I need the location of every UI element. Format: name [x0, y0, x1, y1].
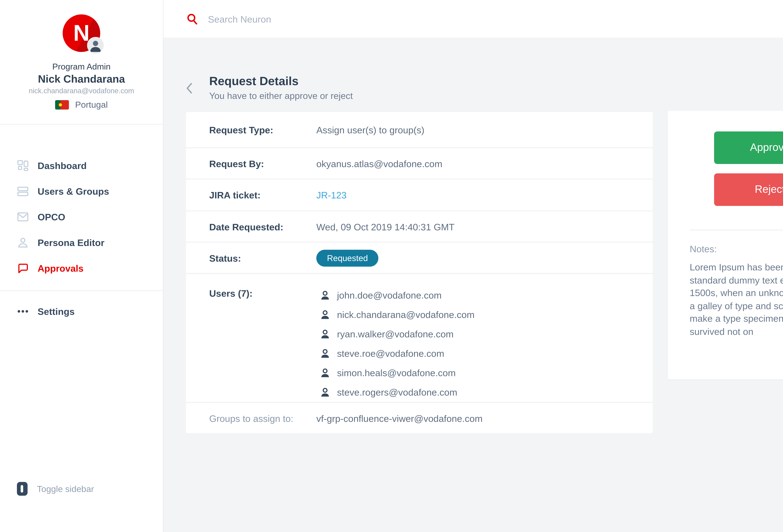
row-value: Assign user(s) to group(s) — [316, 124, 425, 135]
search-icon — [187, 13, 198, 24]
user-email: john.doe@vodafone.com — [337, 290, 442, 300]
profile-email: nick.chandarana@vodafone.com — [0, 87, 163, 95]
ellipsis-icon — [17, 305, 29, 317]
dashboard-icon — [17, 160, 29, 171]
notes-text: Lorem Ipsum has been the industry's stan… — [690, 261, 783, 338]
search-input[interactable] — [207, 13, 472, 25]
user-email: ryan.walker@vodafone.com — [337, 329, 454, 339]
list-item: nick.chandarana@vodafone.com — [316, 305, 474, 324]
row-label: Users (7): — [186, 274, 316, 299]
row-value: Wed, 09 Oct 2019 14:40:31 GMT — [316, 221, 455, 232]
avatar[interactable] — [87, 37, 104, 54]
avatar-person-icon — [88, 38, 103, 53]
rows-icon — [17, 185, 29, 197]
profile-country: Portugal — [0, 100, 163, 109]
toggle-sidebar-label: Toggle sidebar — [37, 484, 94, 494]
users-list: john.doe@vodafone.com nick.chandarana@vo… — [316, 274, 474, 402]
row-label: Status: — [186, 253, 316, 263]
profile-role: Program Admin — [0, 62, 163, 71]
global-search[interactable] — [187, 0, 472, 38]
sidebar-divider — [0, 124, 163, 125]
sidebar-item-users-groups[interactable]: Users & Groups — [0, 178, 163, 204]
person-icon — [17, 237, 29, 248]
user-email: nick.chandarana@vodafone.com — [337, 309, 474, 320]
user-email: steve.roe@vodafone.com — [337, 348, 444, 359]
top-bar — [163, 0, 783, 38]
reject-button[interactable]: Reject — [714, 173, 783, 206]
sidebar-item-label: Dashboard — [38, 160, 87, 171]
chat-bubble-icon — [17, 262, 29, 274]
sidebar-item-approvals[interactable]: Approvals — [0, 255, 163, 281]
sidebar-item-persona-editor[interactable]: Persona Editor — [0, 230, 163, 255]
status-badge: Requested — [316, 250, 378, 266]
profile-name: Nick Chandarana — [0, 73, 163, 86]
sidebar-item-label: Users & Groups — [38, 186, 109, 197]
sidebar-item-opco[interactable]: OPCO — [0, 204, 163, 230]
row-label: Request By: — [186, 158, 316, 169]
sidebar-divider — [0, 290, 163, 291]
page-subtitle: You have to either approve or reject — [209, 91, 353, 101]
user-icon — [320, 348, 330, 358]
country-label: Portugal — [75, 100, 108, 109]
sidebar-item-label: Settings — [38, 306, 75, 317]
sidebar-item-label: Approvals — [38, 263, 84, 273]
sidebar-item-label: OPCO — [38, 211, 65, 222]
jira-ticket-link[interactable]: JR-123 — [316, 190, 347, 200]
sidebar-item-settings[interactable]: Settings — [0, 299, 163, 324]
detail-row-groups: Groups to assign to: vf-grp-confluence-v… — [186, 403, 653, 433]
list-item: ryan.walker@vodafone.com — [316, 324, 474, 343]
toggle-sidebar-button[interactable]: Toggle sidebar — [0, 481, 163, 497]
user-icon — [320, 290, 330, 300]
list-item: john.doe@vodafone.com — [316, 286, 474, 305]
row-label: JIRA ticket: — [186, 190, 316, 200]
row-label: Date Requested: — [186, 221, 316, 232]
detail-row-date-requested: Date Requested: Wed, 09 Oct 2019 14:40:3… — [186, 211, 653, 242]
sidebar-toggle-icon — [17, 482, 28, 496]
notes-divider — [690, 230, 783, 230]
logo-letter: N — [73, 20, 90, 46]
user-email: simon.heals@vodafone.com — [337, 367, 456, 378]
detail-row-status: Status: Requested — [186, 243, 653, 273]
detail-row-jira-ticket: JIRA ticket: JR-123 — [186, 179, 653, 210]
row-label: Request Type: — [186, 124, 316, 135]
approve-button[interactable]: Approve — [714, 131, 783, 164]
sidebar-nav: Dashboard Users & Groups OPCO — [0, 153, 163, 281]
list-item: simon.heals@vodafone.com — [316, 363, 474, 383]
notes-label: Notes: — [690, 243, 717, 254]
row-label: Groups to assign to: — [186, 413, 316, 423]
user-email: steve.rogers@vodafone.com — [337, 387, 457, 397]
app-window: N Program Admin Nick Chandarana nick.cha… — [0, 0, 783, 532]
row-value: okyanus.atlas@vodafone.com — [316, 158, 442, 169]
list-item: steve.rogers@vodafone.com — [316, 383, 474, 402]
sidebar-item-dashboard[interactable]: Dashboard — [0, 153, 163, 178]
group-value: vf-grp-confluence-viwer@vodafone.com — [316, 413, 482, 423]
portugal-flag-icon — [55, 100, 69, 109]
chevron-left-icon — [184, 81, 196, 95]
approval-actions-card: Approve Reject Notes: Lorem Ipsum has be… — [668, 111, 783, 379]
sidebar-item-label: Persona Editor — [38, 237, 104, 248]
user-icon — [320, 387, 330, 397]
page-title: Request Details — [209, 74, 299, 88]
user-icon — [320, 368, 330, 378]
user-icon — [320, 309, 330, 320]
list-item: steve.roe@vodafone.com — [316, 343, 474, 363]
envelope-icon — [17, 211, 29, 223]
detail-row-request-type: Request Type: Assign user(s) to group(s) — [186, 112, 653, 147]
detail-row-request-by: Request By: okyanus.atlas@vodafone.com — [186, 148, 653, 178]
sidebar: N Program Admin Nick Chandarana nick.cha… — [0, 0, 163, 532]
user-icon — [320, 329, 330, 339]
detail-row-users: Users (7): john.doe@vodafone.com nick.ch… — [186, 274, 653, 402]
back-button[interactable] — [184, 81, 196, 95]
request-details-card: Request Type: Assign user(s) to group(s)… — [186, 112, 653, 433]
